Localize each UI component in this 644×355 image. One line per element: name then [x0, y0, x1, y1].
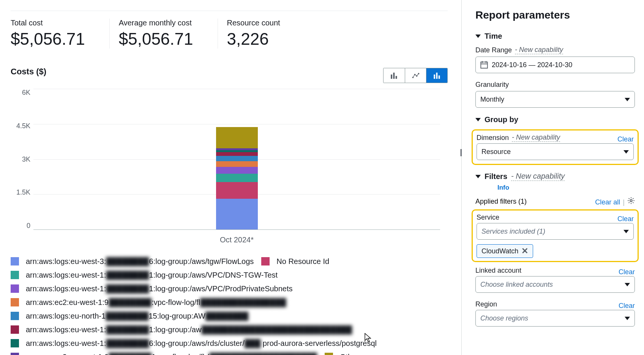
time-heading: Time — [485, 32, 502, 41]
dimension-label: Dimension — [477, 134, 509, 142]
bar-segment[interactable] — [216, 167, 258, 174]
linked-account-select[interactable]: Choose linked accounts — [475, 276, 635, 293]
chart-type-toggle — [383, 68, 448, 83]
legend-item[interactable]: Others — [325, 350, 363, 355]
gear-icon[interactable] — [627, 197, 635, 204]
resource-count-value: 3,226 — [227, 30, 280, 49]
legend-item[interactable]: arn:aws:logs:eu-west-1:████████1:log-gro… — [11, 323, 352, 336]
applied-filters-label: Applied filters (1) — [475, 198, 527, 206]
collapse-panel-handle[interactable]: || — [460, 148, 461, 157]
svg-rect-2 — [396, 76, 397, 79]
summary-row: Total cost $5,056.71 Average monthly cos… — [11, 11, 448, 49]
svg-rect-10 — [436, 75, 437, 79]
legend-label: arn:aws:logs:eu-west-3:████████6:log-gro… — [26, 255, 254, 268]
svg-rect-11 — [438, 75, 440, 77]
legend-label: arn:aws:logs:eu-west-1:████████1:log-gro… — [26, 269, 278, 281]
svg-rect-9 — [436, 73, 437, 76]
svg-rect-7 — [434, 75, 435, 77]
svg-rect-12 — [438, 77, 440, 79]
chart-plot — [33, 89, 440, 230]
region-clear-link[interactable]: Clear — [619, 302, 635, 310]
legend-label: arn:aws:ec2:eu-west-1:0████████1:vpc-flo… — [26, 350, 317, 355]
groupby-section-header[interactable]: Group by — [475, 115, 635, 124]
total-cost-label: Total cost — [11, 19, 85, 27]
service-select[interactable]: Services included (1) — [477, 223, 634, 240]
svg-point-17 — [630, 199, 632, 202]
svg-rect-13 — [481, 62, 488, 68]
legend-label: Others — [340, 350, 363, 355]
filters-heading: Filters — [485, 172, 507, 181]
avg-cost-label: Average monthly cost — [119, 19, 193, 27]
legend-label: arn:aws:ec2:eu-west-1:9████████:vpc-flow… — [26, 296, 286, 309]
legend-item[interactable]: arn:aws:ec2:eu-west-1:0████████1:vpc-flo… — [11, 350, 317, 355]
main-panel: Total cost $5,056.71 Average monthly cos… — [0, 0, 462, 355]
service-label: Service — [477, 214, 499, 221]
legend-label: arn:aws:logs:eu-west-1:████████6:log-gro… — [26, 337, 377, 350]
filters-section-header[interactable]: Filters - New capability — [475, 172, 635, 181]
bar-segment[interactable] — [216, 127, 258, 148]
legend-item[interactable]: arn:aws:logs:eu-west-3:████████6:log-gro… — [11, 255, 254, 268]
bar-segment[interactable] — [216, 156, 258, 161]
bar-chart-button[interactable] — [384, 68, 405, 83]
bar-segment[interactable] — [216, 199, 258, 229]
legend-item[interactable]: arn:aws:logs:eu-west-1:████████1:log-gro… — [11, 269, 278, 281]
remove-token-button[interactable]: ✕ — [521, 247, 528, 255]
granularity-select[interactable]: Monthly — [475, 91, 635, 108]
service-filter-highlight: Service Clear Services included (1) Clou… — [472, 209, 639, 262]
new-capability-badge: - New capability — [511, 172, 565, 181]
legend-swatch — [11, 325, 19, 334]
legend-swatch — [11, 353, 19, 355]
total-cost-card: Total cost $5,056.71 — [11, 19, 109, 49]
chart-legend: arn:aws:logs:eu-west-3:████████6:log-gro… — [11, 255, 448, 355]
line-chart-button[interactable] — [405, 68, 426, 83]
y-axis-labels: 6K4.5K3K1.5K0 — [10, 89, 30, 230]
service-token-cloudwatch: CloudWatch ✕ — [477, 244, 533, 258]
bar-segment[interactable] — [216, 161, 258, 167]
legend-item[interactable]: No Resource Id — [261, 255, 329, 268]
svg-rect-1 — [393, 73, 395, 79]
date-range-picker[interactable]: 2024-10-16 — 2024-10-30 — [475, 57, 635, 73]
stacked-bar-chart-button[interactable] — [426, 68, 447, 83]
dimension-select[interactable]: Resource — [477, 143, 634, 160]
chevron-down-icon — [625, 283, 630, 286]
legend-item[interactable]: arn:aws:logs:eu-west-1:████████6:log-gro… — [11, 337, 377, 350]
svg-rect-0 — [391, 75, 392, 79]
x-axis-label: Oct 2024* — [33, 236, 440, 244]
linked-placeholder: Choose linked accounts — [480, 281, 553, 289]
legend-label: No Resource Id — [276, 255, 329, 268]
dimension-highlight: Dimension - New capability Clear Resourc… — [472, 129, 639, 165]
bar-segment[interactable] — [216, 182, 258, 199]
bar-segment[interactable] — [216, 174, 258, 182]
legend-item[interactable]: arn:aws:logs:eu-north-1████████15:log-gr… — [11, 309, 248, 322]
chevron-down-icon — [625, 317, 630, 320]
legend-item[interactable]: arn:aws:logs:eu-west-1:████████1:log-gro… — [11, 282, 293, 295]
chevron-down-icon — [475, 118, 481, 121]
service-clear-link[interactable]: Clear — [617, 215, 634, 223]
legend-swatch — [261, 257, 270, 265]
token-label: CloudWatch — [481, 247, 518, 255]
region-select[interactable]: Choose regions — [475, 310, 635, 327]
filters-info-link[interactable]: Info — [497, 184, 635, 192]
legend-label: arn:aws:logs:eu-west-1:████████1:log-gro… — [26, 323, 352, 336]
linked-clear-link[interactable]: Clear — [619, 268, 635, 276]
stacked-bar-oct-2024[interactable] — [216, 127, 258, 229]
clear-all-filters-link[interactable]: Clear all — [595, 198, 620, 206]
dimension-clear-link[interactable]: Clear — [617, 135, 634, 143]
granularity-value: Monthly — [480, 96, 504, 104]
region-label: Region — [475, 300, 497, 308]
resource-count-label: Resource count — [227, 19, 280, 27]
time-section-header[interactable]: Time — [475, 32, 635, 41]
calendar-icon — [480, 61, 488, 69]
total-cost-value: $5,056.71 — [11, 30, 85, 49]
chevron-down-icon — [623, 230, 629, 233]
legend-swatch — [11, 298, 19, 306]
legend-swatch — [11, 339, 19, 347]
legend-swatch — [11, 312, 19, 320]
chart-area: 6K4.5K3K1.5K0 Oct 2024* — [33, 89, 440, 244]
bar-segment[interactable] — [216, 152, 258, 156]
avg-cost-card: Average monthly cost $5,056.71 — [109, 19, 218, 49]
legend-item[interactable]: arn:aws:ec2:eu-west-1:9████████:vpc-flow… — [11, 296, 286, 309]
avg-cost-value: $5,056.71 — [119, 30, 193, 49]
chevron-down-icon — [625, 98, 630, 101]
new-capability-badge: - New capability — [515, 46, 563, 54]
